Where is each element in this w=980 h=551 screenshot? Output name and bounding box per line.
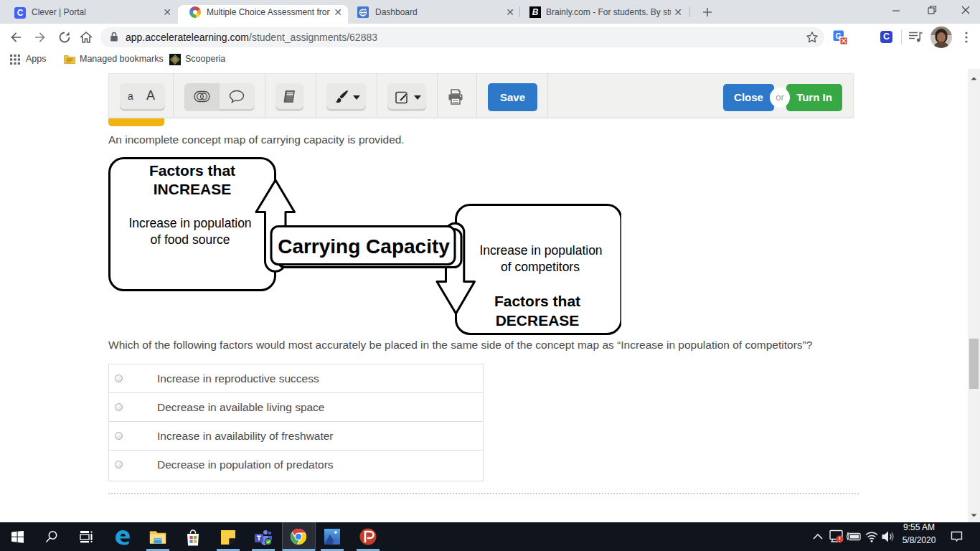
svg-text:INCREASE: INCREASE xyxy=(154,181,232,197)
svg-text:Increase in population: Increase in population xyxy=(479,243,602,258)
svg-text:of competitors: of competitors xyxy=(501,260,580,274)
svg-text:Factors that: Factors that xyxy=(149,162,235,179)
svg-text:DECREASE: DECREASE xyxy=(496,312,580,329)
svg-text:of food source: of food source xyxy=(151,232,230,247)
svg-text:Increase in population: Increase in population xyxy=(128,216,251,230)
svg-text:Carrying Capacity: Carrying Capacity xyxy=(278,235,450,258)
svg-text:Factors that: Factors that xyxy=(494,293,580,309)
